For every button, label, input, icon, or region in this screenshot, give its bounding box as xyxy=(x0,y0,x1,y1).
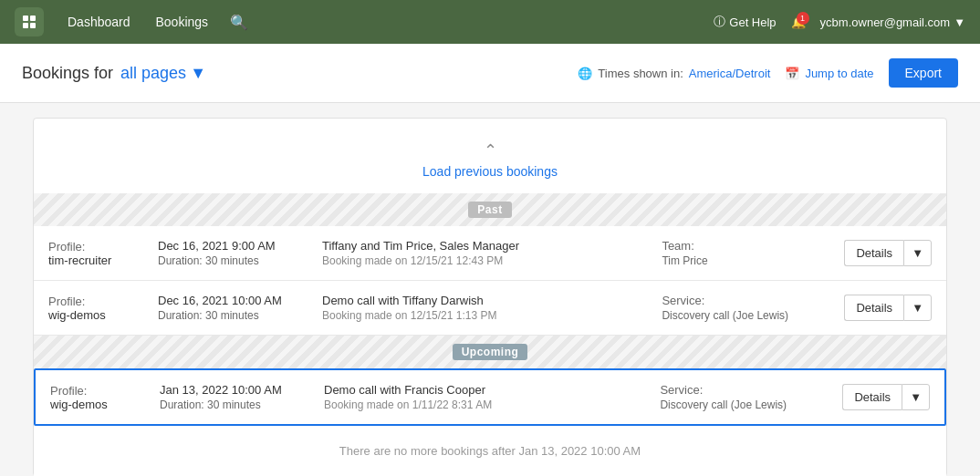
actions-col: Details ▼ xyxy=(842,384,930,410)
globe-icon: 🌐 xyxy=(578,67,592,80)
page-header-right: 🌐 Times shown in: America/Detroit 📅 Jump… xyxy=(578,58,958,88)
jump-to-date[interactable]: 📅 Jump to date xyxy=(785,67,873,80)
title-prefix: Bookings for xyxy=(22,64,113,83)
no-more-bookings: There are no more bookings after Jan 13,… xyxy=(34,426,946,476)
timezone-link[interactable]: America/Detroit xyxy=(689,67,771,80)
svg-rect-2 xyxy=(23,23,28,28)
team-label: Service: xyxy=(662,294,844,307)
booking-duration: Duration: 30 minutes xyxy=(158,309,322,322)
team-label: Team: xyxy=(662,239,844,253)
notifications-bell[interactable]: 🔔 1 xyxy=(791,16,806,29)
booking-date: Jan 13, 2022 10:00 AM xyxy=(160,383,324,397)
booking-date: Dec 16, 2021 9:00 AM xyxy=(158,239,322,253)
search-icon[interactable]: 🔍 xyxy=(224,8,254,36)
actions-col: Details ▼ xyxy=(844,295,932,321)
table-row: Profile: wig-demos Dec 16, 2021 10:00 AM… xyxy=(34,281,946,336)
upcoming-divider: Upcoming xyxy=(34,336,946,368)
booking-made: Booking made on 1/11/22 8:31 AM xyxy=(324,398,660,411)
team-label: Service: xyxy=(660,383,842,397)
user-menu[interactable]: ycbm.owner@gmail.com ▼ xyxy=(820,16,965,29)
nav-bookings[interactable]: Bookings xyxy=(147,9,218,35)
bookings-panel: ⌃ Load previous bookings Past Profile: t… xyxy=(33,118,947,476)
table-row: Profile: tim-recruiter Dec 16, 2021 9:00… xyxy=(34,226,946,281)
svg-rect-1 xyxy=(30,16,36,21)
nav-dashboard[interactable]: Dashboard xyxy=(58,9,140,35)
booking-name: Demo call with Francis Cooper xyxy=(324,383,660,397)
details-dropdown-button[interactable]: ▼ xyxy=(903,240,932,266)
details-button[interactable]: Details xyxy=(844,295,903,321)
user-email: ycbm.owner@gmail.com xyxy=(820,16,951,29)
page-title-section: Bookings for all pages ▼ xyxy=(22,64,206,83)
svg-rect-0 xyxy=(23,16,28,21)
no-more-label: There are no more bookings after Jan 13,… xyxy=(339,444,641,458)
table-row: Profile: wig-demos Jan 13, 2022 10:00 AM… xyxy=(34,368,946,426)
logo-icon xyxy=(20,13,38,31)
jump-label: Jump to date xyxy=(805,67,873,80)
calendar-icon: 📅 xyxy=(785,67,799,80)
load-previous-label: Load previous bookings xyxy=(422,164,558,179)
bell-badge: 1 xyxy=(797,12,809,25)
booking-made: Booking made on 12/15/21 12:43 PM xyxy=(322,254,662,267)
details-button[interactable]: Details xyxy=(842,384,902,410)
svg-rect-3 xyxy=(30,23,36,28)
chevron-down-icon: ▼ xyxy=(954,16,965,29)
help-button[interactable]: ⓘ Get Help xyxy=(714,14,776,30)
profile-value: wig-demos xyxy=(50,398,160,411)
booking-date: Dec 16, 2021 10:00 AM xyxy=(158,294,322,307)
profile-label: Profile: xyxy=(48,240,158,254)
timezone-info: 🌐 Times shown in: America/Detroit xyxy=(578,67,770,80)
help-label: Get Help xyxy=(729,16,776,29)
app-logo xyxy=(15,7,44,36)
booking-details-col: Demo call with Francis Cooper Booking ma… xyxy=(324,383,660,411)
team-col: Service: Discovery call (Joe Lewis) xyxy=(662,294,844,322)
page-header: Bookings for all pages ▼ 🌐 Times shown i… xyxy=(0,44,980,103)
load-previous-button[interactable]: ⌃ Load previous bookings xyxy=(34,133,946,193)
booking-details-col: Tiffany and Tim Price, Sales Manager Boo… xyxy=(322,239,662,267)
profile-col: Profile: tim-recruiter xyxy=(48,240,158,267)
team-col: Team: Tim Price xyxy=(662,239,844,267)
datetime-col: Dec 16, 2021 10:00 AM Duration: 30 minut… xyxy=(158,294,322,322)
timezone-prefix: Times shown in: xyxy=(598,67,683,80)
booking-details-col: Demo call with Tiffany Darwish Booking m… xyxy=(322,294,662,322)
booking-duration: Duration: 30 minutes xyxy=(160,398,324,411)
team-value: Discovery call (Joe Lewis) xyxy=(662,309,844,322)
export-button[interactable]: Export xyxy=(889,58,958,88)
navbar: Dashboard Bookings 🔍 ⓘ Get Help 🔔 1 ycbm… xyxy=(0,0,980,44)
profile-col: Profile: wig-demos xyxy=(50,384,160,411)
navbar-right: ⓘ Get Help 🔔 1 ycbm.owner@gmail.com ▼ xyxy=(714,14,965,30)
team-value: Discovery call (Joe Lewis) xyxy=(660,398,842,411)
team-col: Service: Discovery call (Joe Lewis) xyxy=(660,383,842,411)
help-icon: ⓘ xyxy=(714,14,725,30)
booking-name: Tiffany and Tim Price, Sales Manager xyxy=(322,239,662,253)
details-dropdown-button[interactable]: ▼ xyxy=(903,295,932,321)
profile-value: wig-demos xyxy=(48,308,158,322)
profile-label: Profile: xyxy=(50,384,160,398)
chevron-up-icon: ⌃ xyxy=(484,140,497,160)
datetime-col: Dec 16, 2021 9:00 AM Duration: 30 minute… xyxy=(158,239,322,267)
all-pages-label: all pages xyxy=(120,64,186,83)
actions-col: Details ▼ xyxy=(844,240,932,266)
chevron-down-icon: ▼ xyxy=(190,64,206,83)
datetime-col: Jan 13, 2022 10:00 AM Duration: 30 minut… xyxy=(160,383,324,411)
booking-made: Booking made on 12/15/21 1:13 PM xyxy=(322,309,662,322)
all-pages-dropdown[interactable]: all pages ▼ xyxy=(120,64,206,83)
main-content: ⌃ Load previous bookings Past Profile: t… xyxy=(11,118,969,476)
booking-duration: Duration: 30 minutes xyxy=(158,254,322,267)
details-button[interactable]: Details xyxy=(844,240,903,266)
team-value: Tim Price xyxy=(662,254,844,267)
profile-label: Profile: xyxy=(48,295,158,308)
details-dropdown-button[interactable]: ▼ xyxy=(902,384,930,410)
past-label: Past xyxy=(468,202,511,218)
booking-name: Demo call with Tiffany Darwish xyxy=(322,294,662,307)
profile-col: Profile: wig-demos xyxy=(48,295,158,322)
past-divider: Past xyxy=(34,193,946,226)
upcoming-label: Upcoming xyxy=(453,344,528,360)
profile-value: tim-recruiter xyxy=(48,254,158,267)
